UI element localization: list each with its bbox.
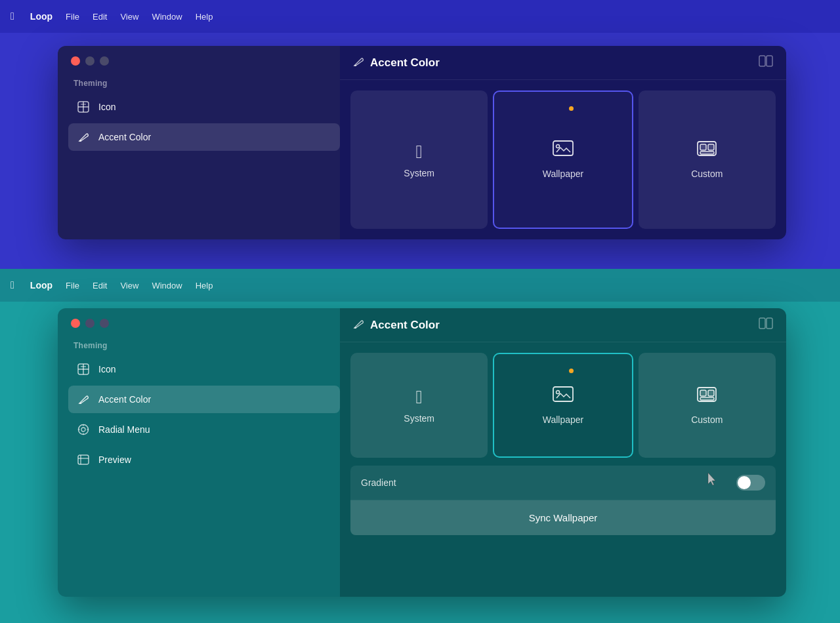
sidebar-section-title-bottom: Theming [68, 341, 340, 350]
close-button-top[interactable] [71, 56, 80, 66]
svg-rect-11 [700, 144, 706, 150]
accent-nav-label-bottom: Accent Color [98, 394, 151, 405]
top-header-left: Accent Color [353, 56, 440, 70]
top-content-header: Accent Color [340, 46, 786, 80]
option-custom-bottom[interactable]: Custom [639, 353, 776, 458]
maximize-button-top[interactable] [100, 56, 109, 66]
layout-toggle-top[interactable] [759, 55, 773, 70]
option-system-top[interactable]:  System [350, 90, 488, 229]
top-options-area:  System Wallpaper [340, 80, 786, 239]
custom-label-bottom: Custom [691, 414, 723, 425]
icon-nav-icon-bottom [76, 362, 91, 376]
icon-nav-label-bottom: Icon [98, 364, 116, 374]
svg-point-9 [556, 145, 559, 148]
wallpaper-label-bottom: Wallpaper [543, 414, 584, 425]
option-wallpaper-bottom[interactable]: Wallpaper [493, 353, 633, 458]
layout-toggle-bottom[interactable] [759, 317, 773, 332]
svg-point-20 [81, 428, 85, 432]
close-button-bottom[interactable] [71, 319, 80, 328]
menu-window-top[interactable]: Window [152, 12, 182, 22]
menu-bar-top:  Loop File Edit View Window Help [0, 0, 840, 33]
minimize-button-top[interactable] [85, 56, 94, 66]
system-label-bottom: System [404, 413, 434, 424]
sidebar-item-icon-bottom[interactable]: Icon [68, 355, 340, 383]
header-pencil-icon-top [353, 56, 364, 70]
sidebar-section-title-top: Theming [68, 79, 340, 88]
radial-nav-icon-bottom [76, 422, 91, 437]
custom-icon-bottom [696, 386, 717, 409]
accent-nav-label-top: Accent Color [98, 132, 151, 142]
svg-rect-7 [766, 56, 772, 66]
sidebar-item-accent-top[interactable]: Accent Color [68, 123, 340, 151]
svg-rect-30 [766, 318, 772, 329]
svg-rect-29 [759, 318, 765, 329]
wallpaper-icon-top [553, 140, 574, 163]
icon-nav-icon-top [76, 100, 91, 114]
wallpaper-dot-top [569, 106, 574, 111]
sync-wallpaper-button[interactable]: Sync Wallpaper [350, 500, 776, 535]
menu-help-bottom[interactable]: Help [196, 281, 213, 291]
top-section:  Loop File Edit View Window Help Themin… [0, 0, 840, 269]
bottom-content-title: Accent Color [370, 319, 440, 332]
svg-rect-31 [553, 387, 573, 401]
menu-bar-bottom:  Loop File Edit View Window Help [0, 269, 840, 302]
custom-label-top: Custom [691, 169, 723, 179]
window-controls-top [68, 56, 340, 66]
toggle-knob [738, 476, 751, 489]
wallpaper-icon-bottom [553, 386, 574, 409]
system-icon-top:  [416, 142, 423, 163]
svg-rect-13 [700, 151, 714, 154]
minimize-button-bottom[interactable] [85, 319, 94, 328]
svg-rect-35 [708, 390, 714, 396]
top-options-grid:  System Wallpaper [350, 90, 776, 229]
option-custom-top[interactable]: Custom [639, 90, 776, 229]
custom-icon-top [696, 140, 717, 163]
sidebar-item-preview-bottom[interactable]: Preview [68, 446, 340, 473]
menu-file-top[interactable]: File [66, 12, 79, 22]
app-name-top: Loop [30, 11, 52, 22]
accent-nav-icon-bottom [76, 392, 91, 407]
svg-rect-12 [708, 144, 714, 150]
system-icon-bottom:  [416, 387, 423, 408]
option-system-bottom[interactable]:  System [350, 353, 488, 458]
menu-view-top[interactable]: View [120, 12, 138, 22]
menu-view-bottom[interactable]: View [120, 281, 138, 291]
bottom-section:  Loop File Edit View Window Help Themin… [0, 269, 840, 623]
header-pencil-icon-bottom [353, 319, 364, 332]
top-content-title: Accent Color [370, 56, 440, 70]
wallpaper-dot-bottom [569, 369, 574, 373]
sync-button-container: Sync Wallpaper [350, 500, 776, 535]
option-wallpaper-top[interactable]: Wallpaper [493, 90, 633, 229]
menu-edit-bottom[interactable]: Edit [93, 281, 107, 291]
bottom-main-content: Accent Color  System [340, 308, 786, 597]
menu-file-bottom[interactable]: File [66, 281, 79, 291]
top-main-content: Accent Color  System [340, 46, 786, 239]
window-controls-bottom [68, 319, 340, 328]
preview-nav-icon-bottom [76, 452, 91, 467]
apple-logo-icon-bottom:  [10, 279, 14, 291]
accent-nav-icon-top [76, 130, 91, 144]
menu-help-top[interactable]: Help [196, 12, 213, 22]
sidebar-item-radial-bottom[interactable]: Radial Menu [68, 416, 340, 443]
cursor-icon [706, 472, 719, 489]
top-window: Theming Icon [58, 46, 786, 239]
svg-rect-8 [553, 141, 573, 155]
sidebar-item-accent-bottom[interactable]: Accent Color [68, 386, 340, 413]
app-name-bottom: Loop [30, 280, 52, 291]
preview-nav-label-bottom: Preview [98, 454, 131, 465]
menu-edit-top[interactable]: Edit [93, 12, 107, 22]
bottom-header-left: Accent Color [353, 319, 440, 332]
radial-nav-label-bottom: Radial Menu [98, 424, 150, 435]
menu-window-bottom[interactable]: Window [152, 281, 182, 291]
gradient-label: Gradient [361, 477, 396, 488]
bottom-options-area:  System Wallpaper [340, 342, 786, 466]
svg-rect-6 [759, 56, 765, 66]
svg-rect-34 [700, 390, 706, 396]
maximize-button-bottom[interactable] [100, 319, 109, 328]
svg-point-19 [79, 425, 89, 435]
sidebar-item-icon-top[interactable]: Icon [68, 93, 340, 121]
apple-logo-icon:  [10, 10, 14, 22]
system-label-top: System [404, 168, 434, 178]
gradient-row: Gradient [350, 466, 776, 500]
gradient-toggle[interactable] [736, 475, 765, 491]
